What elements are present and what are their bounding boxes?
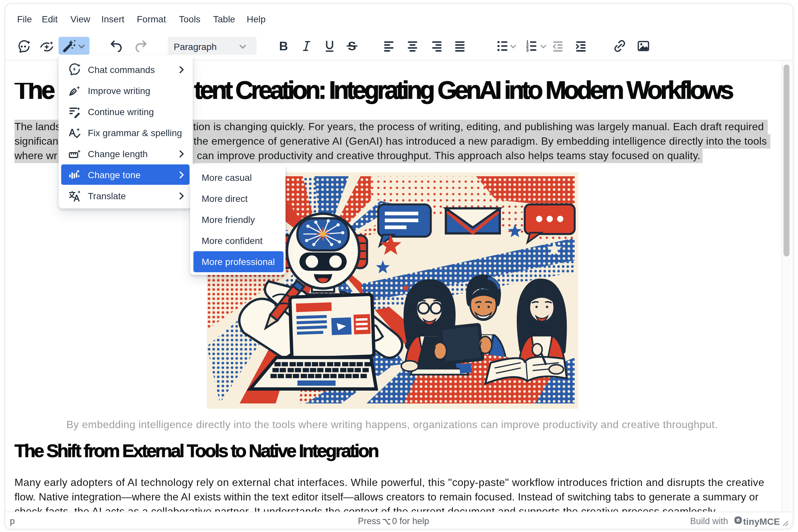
svg-text:3: 3 [526, 48, 528, 53]
svg-text:B: B [279, 39, 288, 53]
